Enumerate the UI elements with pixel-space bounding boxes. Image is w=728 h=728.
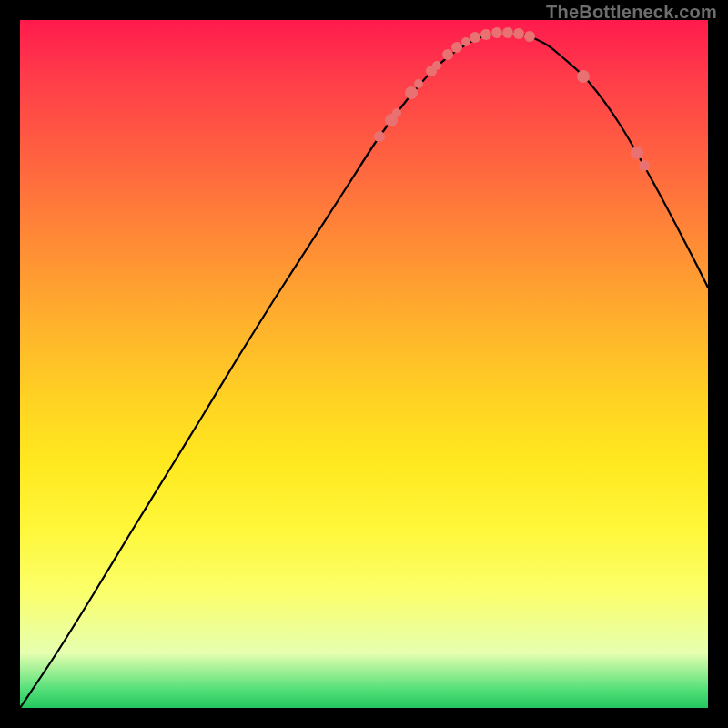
data-point xyxy=(470,32,480,43)
data-point xyxy=(639,160,650,171)
data-point xyxy=(577,70,590,83)
data-point xyxy=(631,147,643,159)
bottleneck-curve xyxy=(20,32,708,708)
data-point xyxy=(374,131,385,142)
data-point xyxy=(405,86,418,99)
data-point xyxy=(451,42,462,53)
data-point xyxy=(442,49,453,60)
data-point xyxy=(414,79,423,88)
data-point xyxy=(480,29,491,40)
curve-chart xyxy=(20,20,708,708)
curve-markers xyxy=(374,27,650,171)
data-point xyxy=(524,31,535,42)
data-point xyxy=(502,27,513,38)
data-point xyxy=(513,28,524,39)
data-point xyxy=(461,37,470,46)
data-point xyxy=(392,108,401,117)
data-point xyxy=(432,61,441,70)
data-point xyxy=(491,27,502,38)
